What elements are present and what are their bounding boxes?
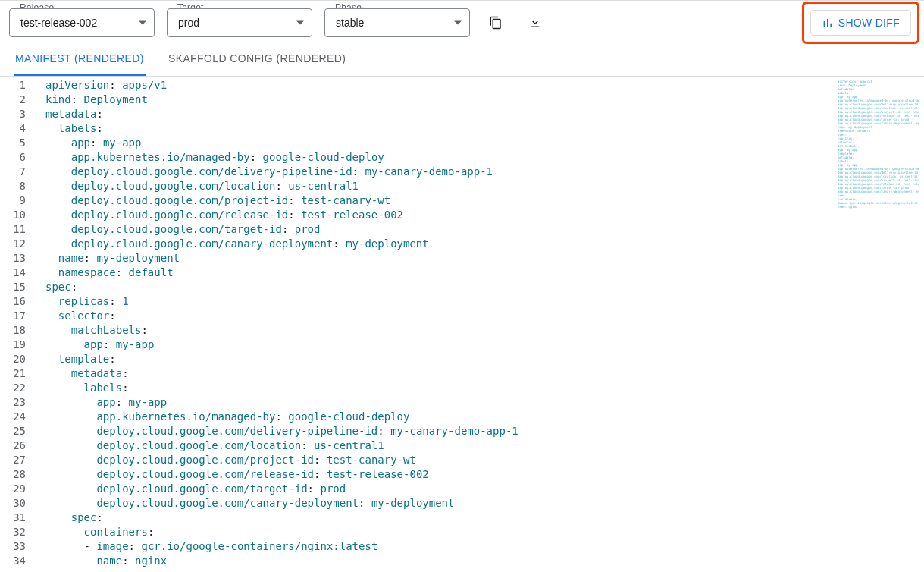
code-line: 1apiVersion: apps/v1 [0, 78, 833, 93]
line-number: 15 [0, 280, 36, 294]
minimap[interactable]: apiVersion: apps/v1kind: Deploymentmetad… [833, 77, 924, 568]
release-select-value: test-release-002 [20, 17, 97, 29]
release-select[interactable]: Release test-release-002 [9, 8, 155, 37]
line-number: 2 [0, 93, 36, 107]
code-line: 6 app.kubernetes.io/managed-by: google-c… [0, 150, 833, 165]
code-content: kind: Deployment [36, 93, 148, 107]
line-number: 18 [0, 323, 36, 338]
line-number: 31 [0, 511, 36, 525]
line-number: 28 [0, 467, 36, 482]
code-line: 22 labels: [0, 381, 833, 395]
line-number: 7 [0, 165, 36, 179]
code-line: 32 containers: [0, 525, 833, 539]
code-content: name: nginx [36, 554, 167, 568]
code-line: 26 deploy.cloud.google.com/location: us-… [0, 438, 833, 453]
code-line: 34 name: nginx [0, 554, 833, 568]
code-content: metadata: [36, 107, 103, 121]
code-content: deploy.cloud.google.com/delivery-pipelin… [36, 424, 518, 438]
line-number: 22 [0, 381, 36, 395]
code-content: containers: [36, 525, 154, 539]
target-select-value: prod [178, 17, 199, 29]
code-line: 16 replicas: 1 [0, 294, 833, 309]
chevron-down-icon [454, 21, 462, 25]
code-line: 23 app: my-app [0, 395, 833, 410]
target-select[interactable]: Target prod [167, 8, 312, 37]
tab-skaffold[interactable]: SKAFFOLD CONFIG (RENDERED) [167, 43, 347, 76]
code-content: deploy.cloud.google.com/project-id: test… [36, 193, 390, 208]
code-line: 3metadata: [0, 107, 833, 121]
code-line: 17 selector: [0, 309, 833, 323]
code-line: 15spec: [0, 280, 833, 294]
code-line: 8 deploy.cloud.google.com/location: us-c… [0, 179, 833, 193]
code-line: 18 matchLabels: [0, 323, 833, 338]
line-number: 3 [0, 107, 36, 121]
code-content: app: my-app [36, 395, 167, 410]
line-number: 13 [0, 251, 36, 266]
code-line: 5 app: my-app [0, 136, 833, 150]
code-line: 2kind: Deployment [0, 93, 833, 107]
line-number: 30 [0, 496, 36, 511]
code-content: deploy.cloud.google.com/canary-deploymen… [36, 237, 429, 251]
code-content: labels: [36, 381, 129, 395]
code-line: 30 deploy.cloud.google.com/canary-deploy… [0, 496, 833, 511]
code-content: replicas: 1 [36, 294, 129, 309]
phase-select[interactable]: Phase stable [324, 8, 470, 37]
code-content: selector: [36, 309, 116, 323]
code-line: 24 app.kubernetes.io/managed-by: google-… [0, 410, 833, 424]
code-content: template: [36, 352, 116, 366]
code-line: 11 deploy.cloud.google.com/target-id: pr… [0, 222, 833, 237]
code-content: app: my-app [36, 136, 141, 150]
line-number: 34 [0, 554, 36, 568]
code-content: - image: gcr.io/google-containers/nginx:… [36, 539, 377, 554]
show-diff-highlight: SHOW DIFF [802, 2, 919, 44]
bar-chart-icon [822, 17, 834, 29]
code-content: spec: [36, 280, 77, 294]
code-line: 27 deploy.cloud.google.com/project-id: t… [0, 453, 833, 467]
code-content: app.kubernetes.io/managed-by: google-clo… [36, 150, 384, 165]
code-line: 21 metadata: [0, 366, 833, 381]
line-number: 29 [0, 482, 36, 496]
code-line: 19 app: my-app [0, 338, 833, 352]
editor-area: 1apiVersion: apps/v12kind: Deployment3me… [0, 77, 924, 568]
copy-icon [489, 16, 503, 30]
code-line: 7 deploy.cloud.google.com/delivery-pipel… [0, 165, 833, 179]
copy-button[interactable] [482, 9, 509, 36]
code-content: app.kubernetes.io/managed-by: google-clo… [36, 410, 409, 424]
code-line: 28 deploy.cloud.google.com/release-id: t… [0, 467, 833, 482]
line-number: 16 [0, 294, 36, 309]
code-content: deploy.cloud.google.com/canary-deploymen… [36, 496, 454, 511]
code-line: 29 deploy.cloud.google.com/target-id: pr… [0, 482, 833, 496]
line-number: 21 [0, 366, 36, 381]
code-line: 4 labels: [0, 121, 833, 136]
code-content: spec: [36, 511, 103, 525]
line-number: 9 [0, 193, 36, 208]
line-number: 32 [0, 525, 36, 539]
line-number: 14 [0, 266, 36, 280]
code-line: 25 deploy.cloud.google.com/delivery-pipe… [0, 424, 833, 438]
line-number: 20 [0, 352, 36, 366]
code-line: 14 namespace: default [0, 266, 833, 280]
show-diff-label: SHOW DIFF [838, 17, 900, 29]
code-pane[interactable]: 1apiVersion: apps/v12kind: Deployment3me… [0, 77, 833, 568]
code-line: 9 deploy.cloud.google.com/project-id: te… [0, 193, 833, 208]
line-number: 6 [0, 150, 36, 165]
chevron-down-icon [296, 21, 304, 25]
line-number: 27 [0, 453, 36, 467]
code-content: name: my-deployment [36, 251, 180, 266]
line-number: 19 [0, 338, 36, 352]
download-button[interactable] [522, 9, 549, 36]
line-number: 12 [0, 237, 36, 251]
code-content: deploy.cloud.google.com/target-id: prod [36, 482, 346, 496]
code-content: app: my-app [36, 338, 154, 352]
toolbar: Release test-release-002 Target prod Pha… [0, 0, 924, 43]
tab-manifest[interactable]: MANIFEST (RENDERED) [14, 43, 146, 76]
line-number: 24 [0, 410, 36, 424]
code-line: 20 template: [0, 352, 833, 366]
line-number: 10 [0, 208, 36, 222]
code-content: deploy.cloud.google.com/project-id: test… [36, 453, 416, 467]
show-diff-button[interactable]: SHOW DIFF [810, 10, 911, 36]
code-line: 31 spec: [0, 511, 833, 525]
tabs: MANIFEST (RENDERED) SKAFFOLD CONFIG (REN… [0, 43, 924, 77]
code-content: deploy.cloud.google.com/release-id: test… [36, 208, 403, 222]
line-number: 25 [0, 424, 36, 438]
